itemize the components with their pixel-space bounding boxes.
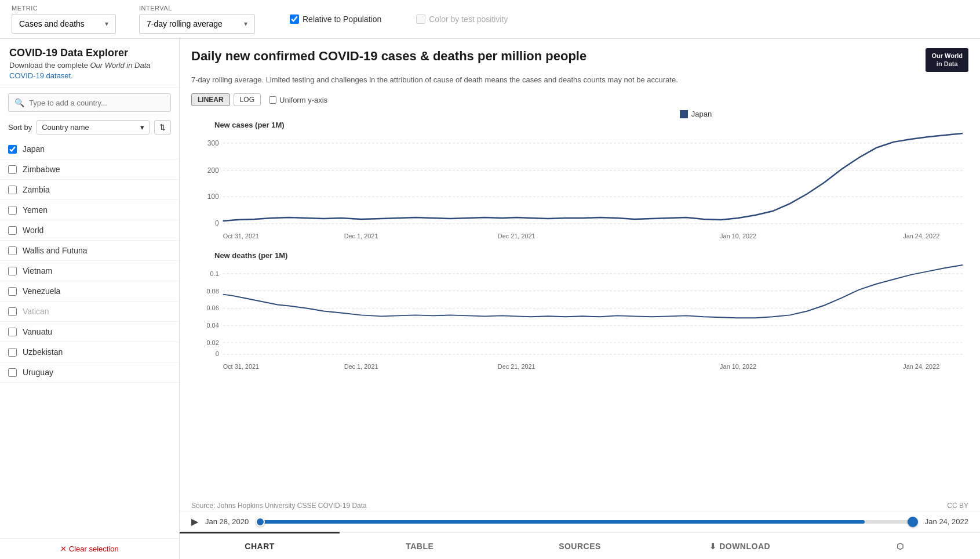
country-item[interactable]: Vatican [0,302,179,322]
deaths-chart: 0.1 0.08 0.06 0.04 0.02 0 Oct 31, 2021 D… [191,262,968,377]
country-item[interactable]: Venezuela [0,281,179,302]
chart-legend: Japan [180,110,980,121]
search-icon: 🔍 [14,98,24,107]
svg-text:Oct 31, 2021: Oct 31, 2021 [223,233,259,239]
country-item[interactable]: Uruguay [0,362,179,383]
cases-chart: 300 200 100 0 Oct 31, 2021 Dec 1, 2021 D… [191,132,968,247]
svg-text:0: 0 [216,350,219,357]
chart-title-row: Daily new confirmed COVID-19 cases & dea… [191,48,968,72]
uniform-yaxis-option[interactable]: Uniform y-axis [269,96,327,104]
legend-color-box [680,110,688,118]
svg-text:Dec 1, 2021: Dec 1, 2021 [344,363,378,370]
linear-button[interactable]: LINEAR [191,93,230,106]
color-positivity-checkbox[interactable] [416,14,425,24]
country-item[interactable]: Zimbabwe [0,159,179,180]
country-checkbox[interactable] [8,186,17,194]
country-name: Vietnam [23,266,52,275]
metric-group: METRIC Cases and deaths ▾ [12,5,116,34]
svg-text:Dec 1, 2021: Dec 1, 2021 [344,233,378,239]
relative-population-label: Relative to Population [303,14,381,24]
relative-population-checkbox[interactable] [290,14,299,24]
legend-label: Japan [691,110,712,118]
tab-sources[interactable]: SOURCES [500,533,660,559]
log-button[interactable]: LOG [234,93,261,106]
country-checkbox[interactable] [8,368,17,377]
tab-chart[interactable]: CHART [180,532,340,559]
app-title: COVID-19 Data Explorer [9,47,170,59]
tab-[interactable]: ⬡ [820,533,980,559]
country-name: Wallis and Futuna [23,246,88,255]
timeline-handle-end[interactable] [908,517,918,527]
interval-value: 7-day rolling average [147,19,223,28]
svg-text:Dec 21, 2021: Dec 21, 2021 [498,233,535,239]
svg-text:Jan 24, 2022: Jan 24, 2022 [903,233,939,239]
metric-dropdown[interactable]: Cases and deaths ▾ [12,14,116,34]
source-text: Source: Johns Hopkins University CSSE CO… [191,502,367,510]
uniform-yaxis-label: Uniform y-axis [279,96,327,104]
subtitle-text: Download the complete [9,61,90,70]
country-checkbox[interactable] [8,307,17,316]
country-name: Vanuatu [23,327,52,336]
country-name: Japan [23,144,45,154]
country-checkbox[interactable] [8,267,17,275]
country-name: Vatican [23,307,49,316]
country-checkbox[interactable] [8,206,17,215]
clear-selection-button[interactable]: ✕ Clear selection [0,538,179,559]
sort-label: Sort by [8,123,32,132]
uniform-yaxis-checkbox[interactable] [269,96,276,104]
country-checkbox[interactable] [8,165,17,174]
tab-download[interactable]: ⬇ DOWNLOAD [660,533,820,559]
country-item[interactable]: Wallis and Futuna [0,241,179,261]
metric-value: Cases and deaths [19,19,85,28]
bottom-tabs: CHARTTABLESOURCES⬇ DOWNLOAD⬡ [180,532,980,559]
country-item[interactable]: World [0,220,179,241]
interval-label: INTERVAL [139,5,255,12]
owid-logo-line1: Our World [931,52,963,60]
country-item[interactable]: Yemen [0,200,179,220]
country-name: Uruguay [23,368,53,377]
country-checkbox[interactable] [8,145,17,154]
app-subtitle: Download the complete Our World in Data … [9,60,170,81]
country-name: Zimbabwe [23,165,60,174]
country-name: Venezuela [23,286,60,296]
svg-text:0.02: 0.02 [206,339,218,346]
svg-text:0: 0 [215,219,219,227]
search-box[interactable]: 🔍 [8,93,171,112]
svg-text:100: 100 [207,193,219,201]
country-item[interactable]: Uzbekistan [0,342,179,362]
deaths-y-label: New deaths (per 1M) [214,251,968,260]
color-positivity-option[interactable]: Color by test positivity [416,14,508,24]
play-button[interactable]: ▶ [191,516,198,527]
sort-toggle-button[interactable]: ⇅ [154,120,171,135]
owid-logo-line2: in Data [931,60,963,68]
country-checkbox[interactable] [8,348,17,357]
relative-population-option[interactable]: Relative to Population [290,14,381,24]
timeline-bar: ▶ Jan 28, 2020 Jan 24, 2022 [180,511,980,532]
sort-value: Country name [42,123,89,132]
chart-title: Daily new confirmed COVID-19 cases & dea… [191,48,916,65]
subtitle-italic: Our World in Data [90,61,150,70]
country-name: Uzbekistan [23,347,63,357]
svg-text:0.1: 0.1 [210,270,219,277]
country-item[interactable]: Vietnam [0,261,179,281]
country-checkbox[interactable] [8,287,17,296]
country-item[interactable]: Zambia [0,180,179,200]
country-item[interactable]: Japan [0,139,179,159]
cases-y-label: New cases (per 1M) [214,121,968,129]
country-checkbox[interactable] [8,328,17,336]
sort-row: Sort by Country name ▾ ⇅ [0,118,179,139]
interval-chevron-icon: ▾ [244,20,247,28]
country-checkbox[interactable] [8,226,17,235]
interval-dropdown[interactable]: 7-day rolling average ▾ [139,14,255,34]
tab-table[interactable]: TABLE [340,533,500,559]
sort-dropdown[interactable]: Country name ▾ [37,120,150,135]
svg-text:0.06: 0.06 [206,304,218,311]
subtitle-link[interactable]: COVID-19 dataset. [9,71,73,80]
metric-label: METRIC [12,5,116,12]
country-checkbox[interactable] [8,246,17,255]
timeline-track[interactable] [256,520,918,524]
country-item[interactable]: Vanuatu [0,322,179,342]
search-input[interactable] [29,99,165,107]
source-line: Source: Johns Hopkins University CSSE CO… [180,500,980,511]
timeline-handle-start[interactable] [256,517,265,527]
